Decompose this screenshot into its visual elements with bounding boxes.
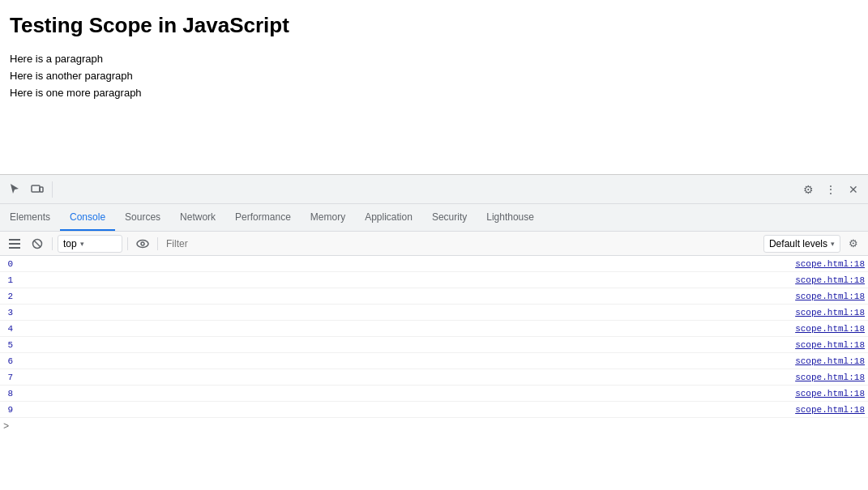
console-row: 1scope.html:18: [0, 272, 868, 288]
top-selector-label: top: [63, 238, 77, 249]
console-row-number: 2: [3, 292, 19, 301]
console-filter-bar: top ▾ Default levels ▾ ⚙: [0, 232, 868, 256]
console-row-number: 3: [3, 308, 19, 317]
svg-rect-0: [32, 185, 40, 192]
console-row-source[interactable]: scope.html:18: [795, 405, 865, 415]
devtools-tabs: ElementsConsoleSourcesNetworkPerformance…: [0, 204, 868, 232]
console-row: 8scope.html:18: [0, 386, 868, 402]
console-row-number: 4: [3, 324, 19, 334]
close-icon-btn[interactable]: ✕: [842, 178, 865, 201]
console-row-source[interactable]: scope.html:18: [795, 324, 865, 334]
ban-btn[interactable]: [28, 234, 47, 254]
filter-divider-1: [52, 237, 53, 250]
eye-btn[interactable]: [133, 234, 152, 254]
responsive-icon-btn[interactable]: [26, 178, 49, 201]
filter-divider-3: [157, 237, 158, 250]
tab-sources[interactable]: Sources: [115, 204, 170, 231]
more-icon-btn[interactable]: ⋮: [819, 178, 842, 201]
console-row-source[interactable]: scope.html:18: [795, 292, 865, 301]
console-row-source[interactable]: scope.html:18: [795, 356, 865, 366]
tab-performance[interactable]: Performance: [225, 204, 301, 231]
sidebar-toggle-btn[interactable]: [5, 234, 24, 254]
toolbar-divider-1: [52, 181, 53, 198]
default-levels-chevron: ▾: [831, 240, 835, 248]
console-row-number: 0: [3, 259, 19, 269]
page-paragraph: Here is a paragraph: [10, 53, 858, 65]
console-row-number: 6: [3, 356, 19, 366]
devtools-toolbar: ⚙ ⋮ ✕: [0, 175, 868, 204]
console-row-source[interactable]: scope.html:18: [795, 259, 865, 269]
console-prompt-input[interactable]: [12, 421, 865, 432]
console-row: 7scope.html:18: [0, 369, 868, 386]
tab-security[interactable]: Security: [422, 204, 477, 231]
tab-network[interactable]: Network: [170, 204, 225, 231]
console-row: 6scope.html:18: [0, 353, 868, 369]
tab-elements[interactable]: Elements: [0, 204, 60, 231]
console-row: 0scope.html:18: [0, 256, 868, 272]
console-row-source[interactable]: scope.html:18: [795, 389, 865, 398]
console-prompt-row: >: [0, 418, 868, 436]
page-paragraph: Here is another paragraph: [10, 70, 858, 82]
console-row-number: 1: [3, 275, 19, 285]
svg-rect-3: [9, 243, 20, 245]
console-output: 0scope.html:181scope.html:182scope.html:…: [0, 256, 868, 490]
filter-input[interactable]: [163, 238, 760, 249]
top-selector-chevron: ▾: [80, 240, 84, 248]
top-selector[interactable]: top ▾: [58, 235, 122, 253]
filter-divider-2: [127, 237, 128, 250]
tab-memory[interactable]: Memory: [301, 204, 355, 231]
console-row: 5scope.html:18: [0, 337, 868, 353]
tab-application[interactable]: Application: [355, 204, 422, 231]
console-row: 4scope.html:18: [0, 321, 868, 337]
console-row-source[interactable]: scope.html:18: [795, 373, 865, 382]
svg-rect-1: [40, 187, 43, 192]
cursor-icon-btn[interactable]: [3, 178, 26, 201]
console-row: 3scope.html:18: [0, 305, 868, 321]
console-row: 9scope.html:18: [0, 402, 868, 418]
console-row-number: 5: [3, 340, 19, 350]
svg-point-7: [137, 240, 148, 247]
page-title: Testing Scope in JavaScript: [10, 13, 858, 38]
devtools-panel: ⚙ ⋮ ✕ ElementsConsoleSourcesNetworkPerfo…: [0, 174, 868, 490]
console-settings-btn[interactable]: ⚙: [844, 234, 863, 254]
svg-point-8: [141, 242, 144, 245]
svg-rect-2: [9, 239, 20, 241]
console-row: 2scope.html:18: [0, 288, 868, 305]
page-paragraph: Here is one more paragraph: [10, 87, 858, 99]
svg-line-6: [34, 241, 41, 247]
page-content: Testing Scope in JavaScript Here is a pa…: [0, 0, 868, 174]
tab-lighthouse[interactable]: Lighthouse: [477, 204, 544, 231]
default-levels-selector[interactable]: Default levels ▾: [763, 235, 840, 253]
console-prompt-icon: >: [3, 421, 9, 432]
console-row-source[interactable]: scope.html:18: [795, 275, 865, 285]
console-row-number: 7: [3, 373, 19, 382]
paragraphs-container: Here is a paragraphHere is another parag…: [10, 53, 858, 99]
tab-console[interactable]: Console: [60, 204, 115, 231]
console-row-source[interactable]: scope.html:18: [795, 308, 865, 317]
svg-rect-4: [9, 247, 20, 249]
default-levels-label: Default levels: [769, 238, 827, 249]
console-row-number: 9: [3, 405, 19, 415]
settings-icon-btn[interactable]: ⚙: [797, 178, 819, 201]
console-row-number: 8: [3, 389, 19, 398]
console-row-source[interactable]: scope.html:18: [795, 340, 865, 350]
